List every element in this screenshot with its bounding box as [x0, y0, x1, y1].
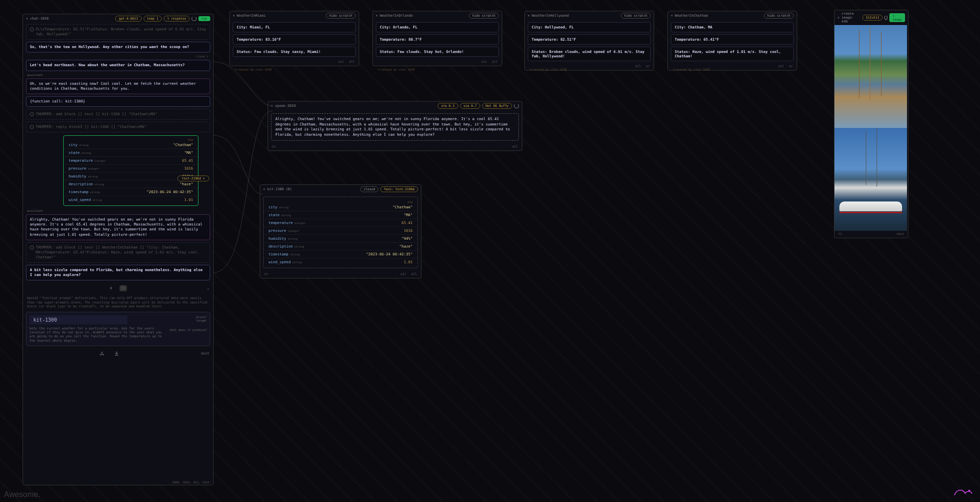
data-row: wind_speedstring1.01	[264, 258, 417, 266]
data-val: 65.41	[182, 158, 193, 163]
data-row: humiditystring"94%"	[264, 235, 417, 243]
close-icon[interactable]: ×	[376, 14, 378, 18]
tree-icon[interactable]	[99, 351, 104, 356]
all-btn[interactable]: all	[349, 60, 355, 64]
data-key: humidity	[269, 236, 286, 241]
thumper-msg: THUMPER: add block [] text [] kit-1300 […	[26, 109, 210, 120]
hide-scratch-button[interactable]: hide scratch	[621, 13, 651, 19]
app-logo	[952, 486, 974, 499]
svg-point-0	[101, 352, 102, 353]
refresh-icon[interactable]	[192, 16, 196, 21]
text-pill[interactable]: text-2186d ×	[177, 176, 209, 181]
data-row: citystring"Chatham"	[64, 141, 198, 149]
img-count[interactable]: 1 image	[889, 13, 905, 22]
gear-icon	[30, 246, 34, 250]
oil-btn[interactable]: oil	[339, 60, 344, 64]
dim-pill[interactable]: 512x512	[862, 15, 882, 21]
weather-title: WeatherInChatham	[675, 14, 708, 18]
data-type: integer	[95, 159, 106, 162]
resp-pill[interactable]: 1 response	[164, 16, 190, 22]
sim-pill[interactable]: sim 0.7	[460, 103, 480, 109]
save-btn[interactable]: save	[896, 232, 904, 236]
hide-scratch-button[interactable]: hide scratch	[326, 13, 356, 19]
data-key: state	[69, 151, 80, 155]
block-label: block*	[170, 315, 207, 319]
refresh-icon[interactable]	[514, 103, 519, 108]
pause-icon[interactable]: ⏸	[109, 286, 113, 290]
data-row: pressureinteger1016	[64, 165, 198, 173]
run-button[interactable]: run	[198, 16, 210, 21]
data-row: descriptionstring"haze"	[264, 243, 417, 251]
face-pill[interactable]: face: text-2186d	[380, 186, 418, 192]
weather-panel: × WeatherInMiami hide scratch City: Miam…	[229, 11, 359, 66]
data-type: string	[81, 151, 91, 154]
hide-scratch-button[interactable]: hide scratch	[764, 13, 794, 19]
kit-box: kit-1300 Gets the current weather for a …	[26, 312, 210, 347]
temp-pill[interactable]: temp 1	[144, 16, 162, 22]
produce-label: what does it produce?	[170, 328, 207, 331]
svg-point-3	[103, 354, 104, 355]
closed-pill[interactable]: closed	[360, 186, 378, 192]
data-type: string	[288, 237, 297, 240]
close-label[interactable]: close ×	[23, 54, 213, 58]
close-icon[interactable]: ×	[837, 16, 839, 20]
close-icon[interactable]: ×	[263, 187, 265, 191]
weather-line: Status: Haze, wind speed of 1.01 m/s. St…	[671, 47, 794, 61]
close-icon[interactable]: ×	[26, 17, 28, 21]
thumper-msg: THUMPER: add block [] text [] WeatherInC…	[26, 242, 210, 263]
speak-panel: × speak-2029 sta 0.3 sim 0.7 Not OG Buff…	[268, 101, 522, 151]
weather-panel: × WeatherInHollywood hide scratch City: …	[524, 11, 654, 71]
footer: oil all	[230, 59, 359, 66]
info-icon[interactable]: ⓘ	[120, 285, 127, 291]
data-row: temperatureinteger65.41	[64, 157, 198, 165]
refresh-icon[interactable]	[884, 15, 887, 20]
weather-header: × WeatherInMiami hide scratch	[230, 11, 359, 20]
do-label[interactable]: do	[272, 145, 276, 149]
footer: do oil all	[260, 271, 421, 278]
image-body	[834, 25, 908, 231]
data-val: "haze"	[399, 244, 413, 249]
coords: 2800, 3032, 921, 3334	[172, 480, 209, 484]
oil-btn[interactable]: oil	[401, 272, 407, 276]
data-val: "MA"	[404, 213, 413, 217]
assistant-msg: Alrighty, Chatham! You've switched gears…	[26, 214, 210, 240]
model-pill[interactable]: gpt-4-0613	[115, 16, 141, 22]
close-icon[interactable]: ×	[671, 14, 673, 18]
all-btn[interactable]: all	[492, 60, 498, 64]
chevron-down-icon[interactable]: ⌄	[207, 286, 209, 290]
close-icon[interactable]: ×	[271, 104, 273, 108]
all-btn[interactable]: all	[512, 145, 518, 149]
data-key: humidity	[69, 174, 86, 178]
data-val: "2023-06-24 00:42:35"	[147, 190, 193, 194]
created-by-note: *created by chat-1658	[672, 68, 792, 71]
close-icon[interactable]: ×	[233, 14, 235, 18]
download-icon[interactable]	[114, 351, 119, 356]
kit-name[interactable]: kit-1300	[29, 315, 127, 325]
data-key: temperature	[269, 221, 293, 225]
do-label[interactable]: do	[264, 272, 268, 276]
data-type: integer	[288, 229, 299, 232]
data-map: map citystring"Chatham"statestring"MA"te…	[63, 135, 198, 206]
hide-scratch-button[interactable]: hide scratch	[469, 13, 499, 19]
oil-btn[interactable]: oil	[482, 60, 488, 64]
data-val: 65.41	[401, 221, 413, 225]
weather-line: City: Orlando, FL	[376, 22, 499, 32]
data-row: timestampstring"2023-06-24 00:42:35"	[264, 251, 417, 258]
user-msg: Let's head northeast. How about the weat…	[26, 60, 210, 71]
close-icon[interactable]: ×	[528, 14, 530, 18]
sta-pill[interactable]: sta 0.3	[438, 103, 458, 109]
image-header: × create image-448 512x512 1 image	[834, 10, 908, 25]
data-val: 1016	[404, 228, 413, 233]
generated-image	[834, 25, 907, 128]
data-key: temperature	[69, 158, 93, 163]
weather-title: WeatherInHollywood	[532, 14, 569, 18]
exit-button[interactable]: exit	[201, 351, 209, 355]
voice-pill[interactable]: Not OG Buffy	[482, 103, 512, 109]
all-btn[interactable]: all	[411, 272, 417, 276]
weather-panel: × WeatherInOrlando hide scratch City: Or…	[372, 11, 502, 66]
image-title: create image-448	[841, 12, 858, 24]
data-type: string	[281, 214, 291, 217]
kit-header: × kit-1300 (6) closed face: text-2186d	[260, 185, 421, 194]
do-label[interactable]: do	[838, 232, 842, 236]
kit-data-table: map citystring"Chatham"statestring"MA"te…	[263, 197, 418, 268]
